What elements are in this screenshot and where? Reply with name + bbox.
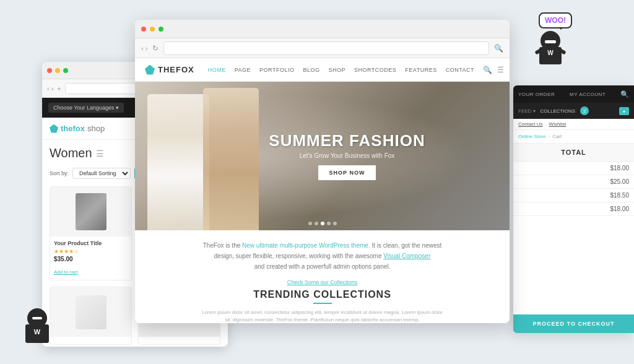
wishlist-button[interactable]: ● [619,107,629,115]
main-minimize-dot[interactable] [150,27,155,32]
fox-ninja: W [19,308,56,352]
breadcrumb: Online Store › Cart [513,130,634,144]
hero-dot-2[interactable] [315,222,318,225]
woo-ninja: WOO! W [510,12,572,68]
my-account-label[interactable]: MY ACCOUNT [570,92,606,97]
main-browser-window: ‹ › ↻ 🔍 THEFOX HOME PAGE PORTFOLIO BLOG … [135,20,510,323]
hero-cta-button[interactable]: SHOP NOW [318,165,376,180]
menu-nav-icon[interactable]: ☰ [497,66,504,74]
sort-select[interactable]: Default Sorting [72,168,131,179]
main-close-dot[interactable] [141,27,146,32]
product-stars-1: ★★★★☆ [54,248,128,254]
search-nav-icon[interactable]: 🔍 [483,66,492,74]
nav-features[interactable]: FEATURES [405,67,436,73]
product-image-3 [50,287,131,337]
cart-subbar: FEED ▾ COLLECTIONS 2 ● [513,103,634,119]
shop-logo[interactable]: thefox shop [50,124,105,133]
product-info-1: Your Product Title ★★★★☆ $35.00 Add to c… [50,236,131,280]
breadcrumb-store[interactable]: Online Store [518,134,545,139]
maximize-dot[interactable] [63,68,68,73]
collections-link[interactable]: Check Some our Collections [160,279,485,285]
cart-badge: 2 [580,106,589,115]
main-nav-bar: ‹ › ↻ 🔍 [135,38,510,58]
hero-dot-1[interactable] [308,222,312,225]
cart-price-4: $18.00 [610,206,629,212]
person-female [203,88,259,230]
hero-dot-4[interactable] [327,222,331,225]
shop-label: shop [87,124,105,133]
hero-dots [308,222,337,225]
language-selector[interactable]: Choose Your Languages ▾ [48,103,124,113]
minimize-dot[interactable] [55,68,60,73]
jacket-image [76,193,106,230]
nav-shortcodes[interactable]: SHORTCODES [354,67,396,73]
cart-window: YOUR ORDER MY ACCOUNT 🔍 FEED ▾ COLLECTIO… [513,85,634,333]
cart-search-icon[interactable]: 🔍 [620,90,629,98]
main-nav-arrows: ‹ › [141,45,147,52]
trending-title: TRENDING COLLECTIONS [160,289,485,300]
logo-text: thefox [61,124,85,133]
main-maximize-dot[interactable] [158,27,163,32]
cart-price-1: $18.00 [610,165,629,171]
ninja-eyes [545,40,556,43]
below-hero-section: TheFox is the New ultimate multi-purpose… [135,230,510,323]
back-arrow[interactable]: ‹ [47,85,50,92]
fox-logo[interactable]: THEFOX [145,65,194,75]
contact-us-link[interactable]: Contact Us [518,121,543,127]
hero-dot-5[interactable] [333,222,337,225]
main-back-arrow[interactable]: ‹ [141,45,144,52]
product-image-1 [50,187,131,236]
woo-bubble: WOO! [539,12,572,28]
fox-ninja-torso: W [25,324,49,343]
cart-total-label: TOTAL [561,149,586,156]
sort-label: Sort by: [50,170,69,176]
your-order-label[interactable]: YOUR ORDER [518,92,555,97]
cart-price-2: $25.00 [610,178,629,185]
hero-dot-3[interactable] [321,222,324,225]
breadcrumb-separator: › [548,134,550,139]
hero-title: SUMMER FASHION [269,132,425,150]
checkout-button[interactable]: PROCEED TO CHECKOUT [513,314,634,333]
hero-section: SUMMER FASHION Let's Grow Your Business … [135,82,510,230]
tshirt-image [76,295,106,329]
cart-item-2: $25.00 [513,175,634,189]
product-info-3 [50,337,131,344]
cart-item-3: $18.50 [513,189,634,202]
cart-item-4: $18.00 [513,202,634,216]
fox-navigation: THEFOX HOME PAGE PORTFOLIO BLOG SHOP SHO… [135,58,510,82]
nav-contact[interactable]: CONTACT [446,67,474,73]
main-url-bar[interactable] [163,41,489,55]
nav-arrows: ‹ › [47,85,53,92]
product-card-1: Your Product Title ★★★★☆ $35.00 Add to c… [50,186,132,280]
trending-desc: Lorem ipsum dolor sit amet, consectetur … [160,309,485,323]
refresh-icon[interactable]: ↻ [152,44,158,53]
nav-shop[interactable]: SHOP [328,67,345,73]
cart-item-1: $18.00 [513,162,634,175]
hero-subtitle: Let's Grow Your Business with Fox [269,152,425,159]
fox-icon [50,124,58,133]
main-search-icon[interactable]: 🔍 [494,44,503,53]
product-price-1: $35.00 [54,256,128,262]
cart-price-3: $18.50 [610,192,629,199]
about-text: TheFox is the New ultimate multi-purpose… [160,240,485,272]
nav-home[interactable]: HOME [208,67,226,73]
cart-topbar: YOUR ORDER MY ACCOUNT 🔍 [513,85,634,103]
close-dot[interactable] [47,68,52,73]
forward-arrow[interactable]: › [51,85,54,92]
add-to-cart-button-1[interactable]: Add to cart [54,269,78,275]
feed-dropdown[interactable]: FEED ▾ [518,108,536,114]
fox-logo-text: THEFOX [158,65,194,74]
nav-blog[interactable]: BLOG [303,67,319,73]
cart-links: Contact Us Wishlist [513,119,634,130]
menu-icon[interactable]: ☰ [96,149,104,158]
nav-page[interactable]: PAGE [235,67,251,73]
cart-total-row: TOTAL [513,144,634,162]
fox-nav-icons: 🔍 ☰ [483,66,504,74]
collections-label[interactable]: COLLECTIONS [541,108,575,114]
nav-portfolio[interactable]: PORTFOLIO [259,67,294,73]
wishlist-link[interactable]: Wishlist [549,121,567,127]
main-forward-arrow[interactable]: › [145,45,148,52]
trending-underline [313,303,332,304]
new-tab-icon[interactable]: + [57,85,61,92]
main-chrome [135,20,510,38]
